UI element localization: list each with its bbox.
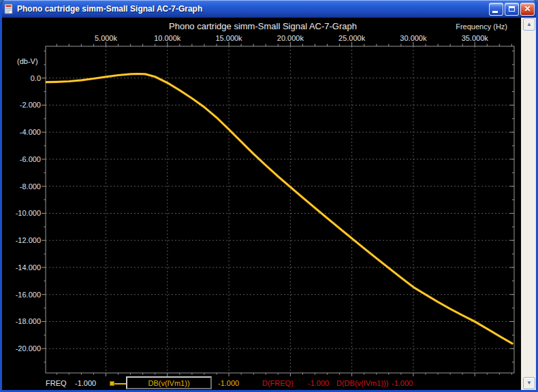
x-tick-label: 30.000k bbox=[400, 34, 427, 42]
x-tick-label: 10.000k bbox=[154, 34, 181, 42]
scroll-down-button[interactable]: ▼ bbox=[523, 377, 535, 389]
y-tick-label: -12.000 bbox=[16, 236, 41, 244]
plot-area[interactable]: 5.000k10.000k15.000k20.000k25.000k30.000… bbox=[2, 18, 521, 390]
trace-curve bbox=[46, 74, 513, 344]
minimize-button[interactable] bbox=[489, 3, 503, 16]
y-tick-label: -4.000 bbox=[20, 128, 41, 136]
y-tick-label: -20.000 bbox=[16, 344, 41, 353]
x-tick-label: 25.000k bbox=[338, 34, 366, 42]
y-tick-label: -6.000 bbox=[20, 155, 41, 163]
minimize-icon bbox=[492, 11, 498, 13]
y-tick-label: 0.0 bbox=[31, 74, 41, 82]
x-tick-label: 35.000k bbox=[462, 34, 489, 42]
close-icon: ✕ bbox=[524, 5, 531, 13]
scroll-up-button[interactable]: ▲ bbox=[523, 18, 535, 31]
document-icon bbox=[3, 3, 14, 14]
graph-client-area: 5.000k10.000k15.000k20.000k25.000k30.000… bbox=[2, 18, 536, 390]
maximize-button[interactable] bbox=[505, 3, 519, 16]
x-tick-label: 5.000k bbox=[95, 34, 118, 42]
y-tick-label: -2.000 bbox=[20, 101, 41, 109]
derivative-x-label: D(FREQ) bbox=[262, 379, 294, 387]
plot-frame bbox=[46, 46, 514, 373]
window-controls: ✕ bbox=[489, 3, 535, 16]
trace-curve-highlight bbox=[46, 74, 513, 344]
y-tick-label: -8.000 bbox=[20, 182, 41, 191]
y-tick-label: -16.000 bbox=[16, 291, 41, 299]
status-x-value: -1.000 bbox=[75, 379, 96, 387]
application-window: Phono cartridge simm-Small Signal AC-7-G… bbox=[0, 0, 538, 392]
title-bar[interactable]: Phono cartridge simm-Small Signal AC-7-G… bbox=[0, 0, 538, 18]
y-axis-label: (db-V) bbox=[17, 57, 38, 65]
scroll-down-arrow-icon: ▼ bbox=[526, 380, 532, 386]
status-x-variable: FREQ bbox=[46, 379, 67, 387]
trace-value: -1.000 bbox=[218, 379, 239, 387]
x-tick-label: 20.000k bbox=[277, 34, 304, 42]
window-title: Phono cartridge simm-Small Signal AC-7-G… bbox=[17, 4, 486, 14]
y-tick-label: -10.000 bbox=[16, 209, 41, 217]
scroll-up-arrow-icon: ▲ bbox=[526, 22, 532, 27]
trace-label: DB(v(IVm1)) bbox=[148, 379, 189, 387]
derivative-y-label: D(DB(v(IVm1))) bbox=[336, 379, 388, 387]
trace-marker-line bbox=[114, 383, 126, 385]
trace-legend-box[interactable]: DB(v(IVm1)) bbox=[126, 376, 212, 389]
y-tick-label: -18.000 bbox=[16, 317, 41, 325]
trace-marker-icon bbox=[110, 381, 114, 386]
vertical-scrollbar[interactable]: ▲ ▼ bbox=[521, 18, 536, 390]
chart-title: Phono cartridge simm-Small Signal AC-7-G… bbox=[169, 21, 357, 31]
x-axis-label: Frequency (Hz) bbox=[456, 22, 507, 31]
x-tick-label: 15.000k bbox=[215, 34, 242, 42]
graph-area: 5.000k10.000k15.000k20.000k25.000k30.000… bbox=[2, 18, 521, 390]
close-button[interactable]: ✕ bbox=[520, 3, 535, 16]
y-tick-label: -14.000 bbox=[16, 263, 41, 272]
maximize-icon bbox=[509, 6, 515, 12]
derivative-y-value: -1.000 bbox=[392, 379, 413, 387]
derivative-x-value: -1.000 bbox=[308, 379, 329, 387]
